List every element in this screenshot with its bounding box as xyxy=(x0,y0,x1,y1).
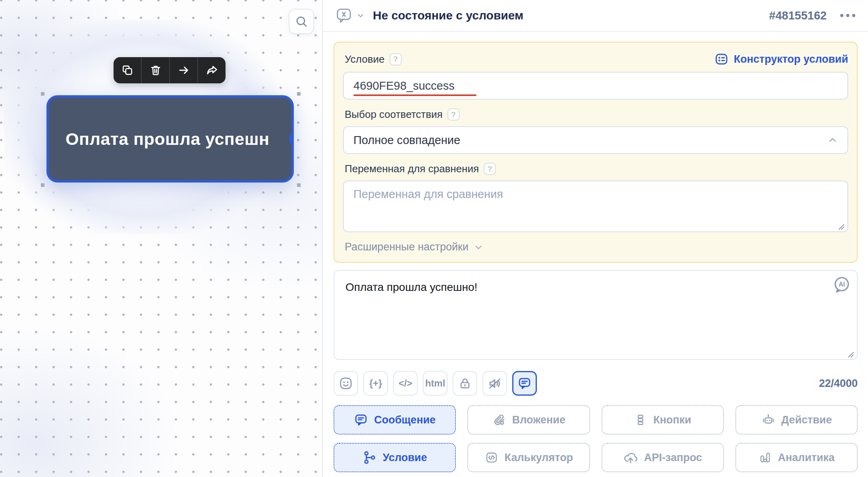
more-menu-icon[interactable] xyxy=(839,12,856,19)
block-button-label: Сообщение xyxy=(374,414,436,426)
help-icon[interactable]: ? xyxy=(448,108,460,121)
resize-handle-icon[interactable] xyxy=(847,351,855,359)
chevron-up-icon xyxy=(827,135,838,145)
block-button-attachment[interactable]: Вложение xyxy=(467,405,590,435)
match-label-row: Выбор соответствия ? xyxy=(345,108,848,121)
block-button-label: API-запрос xyxy=(644,452,702,464)
match-select[interactable]: Полное совпадение xyxy=(343,126,848,154)
message-bubble-icon xyxy=(354,413,368,427)
search-icon xyxy=(294,14,309,29)
buttons-stack-icon xyxy=(634,413,647,427)
variable-label: Переменная для сравнения xyxy=(345,163,479,175)
resize-handle-icon[interactable] xyxy=(837,223,845,231)
voice-off-button[interactable] xyxy=(482,371,507,396)
ai-assistant-button[interactable]: AI xyxy=(832,275,851,296)
condition-card: Условие ? Конструктор условий xyxy=(334,42,858,263)
flow-node-payment-success[interactable]: Оплата прошла успешн xyxy=(46,95,294,183)
block-button-api-request[interactable]: API-запрос xyxy=(602,443,724,472)
insert-variable-icon: {+} xyxy=(369,378,382,389)
action-robot-icon xyxy=(761,413,775,427)
node-output-connector[interactable] xyxy=(289,131,294,146)
insert-variable-button[interactable]: {+} xyxy=(363,371,388,396)
calculator-icon xyxy=(484,450,499,465)
lock-icon xyxy=(458,377,472,390)
block-button-calculator[interactable]: Калькулятор xyxy=(467,443,590,472)
message-bubble-icon xyxy=(517,376,532,390)
copy-icon xyxy=(121,64,134,77)
block-button-condition[interactable]: Условие xyxy=(334,443,456,472)
ai-assistant-icon: AI xyxy=(832,275,851,294)
share-node-button[interactable] xyxy=(197,57,226,83)
html-button[interactable]: html xyxy=(423,371,448,396)
condition-label-row: Условие ? Конструктор условий xyxy=(345,52,848,66)
constructor-link-label: Конструктор условий xyxy=(734,53,848,65)
constructor-icon xyxy=(714,52,729,66)
block-button-label: Аналитика xyxy=(778,452,835,464)
trash-icon xyxy=(149,64,162,77)
paperclip-icon xyxy=(492,413,506,427)
code-button[interactable]: </> xyxy=(393,371,418,396)
message-editor: Оплата прошла успешно! AI xyxy=(334,270,858,362)
chevron-down-icon xyxy=(356,11,365,20)
message-textarea[interactable]: Оплата прошла успешно! xyxy=(334,270,858,360)
flow-builder-app: Оплата прошла успешн xyxy=(0,0,868,477)
block-settings-panel: Не состояние с условием #48155162 Услови… xyxy=(322,0,868,477)
node-toolbar xyxy=(114,57,226,83)
match-label: Выбор соответствия xyxy=(345,108,443,121)
html-label: html xyxy=(425,378,446,389)
selection-handle[interactable] xyxy=(297,92,301,96)
panel-body: Условие ? Конструктор условий xyxy=(323,32,868,472)
block-id: #48155162 xyxy=(769,9,827,22)
char-counter: 22/4000 xyxy=(819,377,858,390)
help-icon[interactable]: ? xyxy=(484,163,496,175)
block-button-label: Калькулятор xyxy=(505,452,573,464)
canvas-search-button[interactable] xyxy=(289,9,314,34)
variable-textarea[interactable] xyxy=(343,181,848,232)
share-icon xyxy=(205,63,219,77)
advanced-settings-toggle[interactable]: Расширенные настройки xyxy=(345,241,484,253)
page-title: Не состояние с условием xyxy=(373,9,523,22)
variable-label-row: Переменная для сравнения ? xyxy=(345,163,848,175)
delete-node-button[interactable] xyxy=(141,57,169,83)
block-type-selector[interactable] xyxy=(335,7,365,24)
block-button-label: Действие xyxy=(781,414,832,426)
match-select-value: Полное совпадение xyxy=(353,134,460,147)
copy-node-button[interactable] xyxy=(114,57,141,83)
bubble-x-icon xyxy=(335,7,353,24)
branch-icon xyxy=(363,450,377,465)
emoji-button[interactable] xyxy=(334,371,358,396)
spellcheck-underline xyxy=(353,94,476,96)
chevron-down-icon xyxy=(473,242,484,252)
arrow-right-icon xyxy=(177,64,190,77)
block-button-action[interactable]: Действие xyxy=(735,405,858,435)
block-button-analytics[interactable]: Аналитика xyxy=(735,443,858,472)
condition-label: Условие xyxy=(345,53,385,65)
condition-constructor-link[interactable]: Конструктор условий xyxy=(714,52,848,66)
block-button-label: Вложение xyxy=(512,414,565,426)
analytics-icon xyxy=(758,451,772,464)
cloud-upload-icon xyxy=(623,450,638,465)
block-type-grid: Сообщение Вложение Кнопки xyxy=(334,405,858,472)
help-icon[interactable]: ? xyxy=(390,53,402,65)
block-button-message[interactable]: Сообщение xyxy=(334,405,456,435)
node-label: Оплата прошла успешн xyxy=(66,129,270,149)
editor-toolbar: {+} </> html xyxy=(334,371,858,396)
lock-button[interactable] xyxy=(453,371,477,396)
block-button-label: Кнопки xyxy=(653,414,691,426)
voice-off-icon xyxy=(487,376,502,391)
selection-handle[interactable] xyxy=(41,92,44,96)
selection-handle[interactable] xyxy=(41,183,44,187)
flow-canvas[interactable]: Оплата прошла успешн xyxy=(0,0,322,477)
connect-node-button[interactable] xyxy=(169,57,197,83)
emoji-icon xyxy=(339,376,353,390)
code-icon: </> xyxy=(399,378,413,389)
block-button-label: Условие xyxy=(383,452,427,464)
message-mode-button[interactable] xyxy=(512,371,537,396)
advanced-settings-label: Расширенные настройки xyxy=(345,241,469,253)
selection-handle[interactable] xyxy=(297,183,301,187)
panel-header: Не состояние с условием #48155162 xyxy=(323,0,868,32)
svg-text:AI: AI xyxy=(839,281,845,288)
block-button-buttons[interactable]: Кнопки xyxy=(602,405,724,435)
